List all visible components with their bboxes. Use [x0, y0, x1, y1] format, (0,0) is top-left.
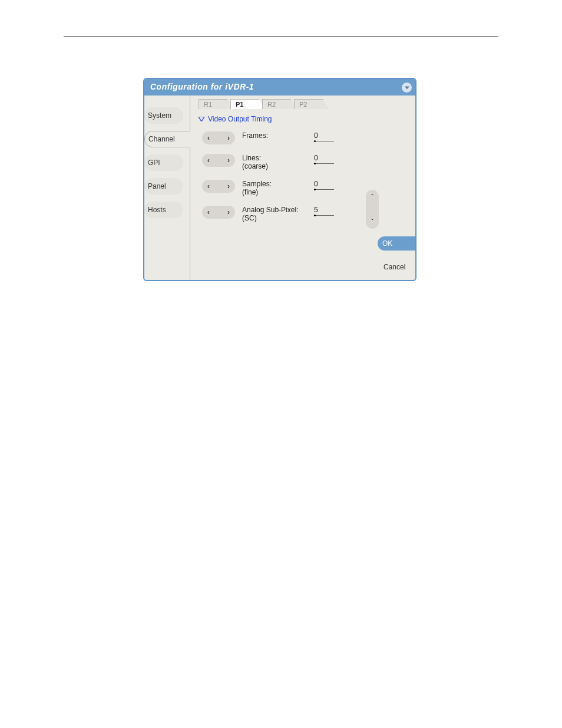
sidebar-item-system[interactable]: System	[144, 107, 183, 124]
channel-tabs: R1 P1 R2 P2	[199, 99, 379, 109]
tab-r1[interactable]: R1	[199, 99, 233, 109]
dec-icon[interactable]: ‹	[207, 208, 210, 216]
ok-button[interactable]: OK	[378, 236, 415, 251]
dec-icon[interactable]: ‹	[207, 182, 210, 190]
svg-marker-0	[405, 86, 409, 89]
param-lines: ‹ › Lines: (coarse) 0	[202, 154, 379, 170]
inc-icon[interactable]: ›	[227, 156, 230, 164]
inc-icon[interactable]: ›	[227, 208, 230, 216]
lines-stepper[interactable]: ‹ ›	[202, 154, 235, 167]
lines-label: Lines: (coarse)	[242, 154, 307, 170]
tab-p2[interactable]: P2	[294, 99, 328, 109]
sidebar-item-hosts[interactable]: Hosts	[144, 202, 183, 218]
analog-subpixel-value[interactable]: 5	[314, 206, 333, 216]
config-dialog: Configuration for iVDR-1 System Channel …	[143, 78, 416, 281]
dialog-body: System Channel GPI Panel Hosts R1 P1 R2 …	[144, 95, 415, 280]
action-buttons: OK Cancel	[382, 95, 415, 280]
page-divider	[64, 37, 498, 37]
sidebar-item-panel[interactable]: Panel	[144, 178, 183, 195]
tab-p1[interactable]: P1	[230, 99, 265, 109]
frames-value[interactable]: 0	[314, 131, 333, 142]
param-list: ‹ › Frames: 0 ‹ ›	[199, 131, 379, 222]
sidebar-item-gpi[interactable]: GPI	[144, 154, 183, 171]
titlebar-dropdown-button[interactable]	[402, 83, 412, 93]
analog-subpixel-stepper[interactable]: ‹ ›	[202, 206, 235, 219]
dec-icon[interactable]: ‹	[207, 156, 210, 164]
tab-r2[interactable]: R2	[262, 99, 296, 109]
dec-icon[interactable]: ‹	[207, 134, 210, 142]
section-header[interactable]: Video Output Timing	[199, 115, 379, 123]
param-frames: ‹ › Frames: 0	[202, 131, 379, 144]
triangle-down-icon	[199, 117, 204, 121]
dialog-titlebar: Configuration for iVDR-1	[144, 79, 415, 95]
main-panel: R1 P1 R2 P2 Video Output Timing ‹ › Fram…	[190, 95, 382, 280]
scroll-down-icon[interactable]: ˇ	[371, 218, 373, 225]
samples-value[interactable]: 0	[314, 180, 333, 190]
lines-value[interactable]: 0	[314, 154, 333, 164]
cancel-button[interactable]: Cancel	[382, 260, 415, 274]
sidebar-item-channel[interactable]: Channel	[144, 131, 190, 147]
dialog-title: Configuration for iVDR-1	[150, 82, 254, 91]
frames-label: Frames:	[242, 131, 307, 140]
samples-label: Samples: (fine)	[242, 180, 307, 196]
frames-stepper[interactable]: ‹ ›	[202, 131, 235, 144]
scroll-up-icon[interactable]: ˆ	[371, 193, 373, 200]
param-samples: ‹ › Samples: (fine) 0	[202, 180, 379, 196]
inc-icon[interactable]: ›	[227, 182, 230, 190]
sidebar: System Channel GPI Panel Hosts	[144, 95, 190, 280]
samples-stepper[interactable]: ‹ ›	[202, 180, 235, 193]
section-scroller[interactable]: ˆ ˇ	[366, 190, 379, 229]
inc-icon[interactable]: ›	[227, 134, 230, 142]
section-title: Video Output Timing	[208, 115, 272, 123]
analog-subpixel-label: Analog Sub-Pixel: (SC)	[242, 206, 307, 222]
svg-marker-1	[199, 117, 204, 121]
param-analog-subpixel: ‹ › Analog Sub-Pixel: (SC) 5	[202, 206, 379, 222]
chevron-down-icon	[405, 86, 409, 90]
